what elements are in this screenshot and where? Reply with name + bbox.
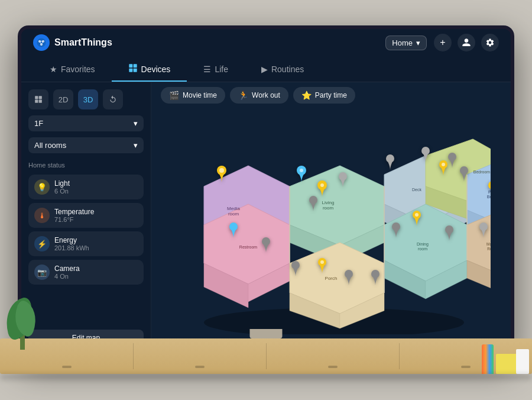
- room-environment: [0, 329, 532, 400]
- view-2d-label: 2D: [59, 95, 69, 104]
- svg-point-86: [320, 260, 324, 264]
- svg-point-74: [386, 154, 394, 163]
- book2: [516, 349, 529, 374]
- view-grid-button[interactable]: [28, 89, 48, 109]
- svg-point-89: [392, 222, 400, 231]
- tab-favorites-label: Favorites: [61, 64, 95, 74]
- room-selector[interactable]: All rooms ▾: [28, 137, 144, 153]
- workout-label: Work out: [252, 91, 280, 99]
- svg-point-69: [300, 169, 303, 172]
- floorplan-container: Media room Living room Deck Bedroom Prim…: [171, 127, 491, 334]
- energy-info: Energy 201.88 kWh: [54, 236, 89, 251]
- camera-info: Camera 4 On: [54, 264, 80, 280]
- tv-stand: [250, 329, 283, 338]
- svg-point-93: [479, 222, 488, 231]
- temp-value: 71.6°F: [54, 216, 94, 223]
- svg-text:Living: Living: [322, 200, 335, 205]
- tv-screen: SmartThings Home ▾ + ★ Favorites: [21, 29, 511, 353]
- home-selector-chevron: ▾: [416, 38, 420, 47]
- tv-frame: SmartThings Home ▾ + ★ Favorites: [18, 25, 514, 357]
- tab-routines[interactable]: ▶ Routines: [245, 56, 320, 82]
- status-light[interactable]: 💡 Light 6 On: [28, 175, 144, 199]
- status-camera[interactable]: 📷 Camera 4 On: [28, 260, 144, 285]
- svg-rect-14: [35, 96, 38, 99]
- light-value: 6 On: [54, 188, 70, 195]
- status-temperature[interactable]: 🌡 Temperature 71.6°F: [28, 203, 144, 228]
- view-3d-button[interactable]: 3D: [78, 89, 98, 109]
- light-icon: 💡: [34, 179, 50, 195]
- scene-bar: 🎬 Movie time 🏃 Work out ⭐ Party time: [151, 82, 511, 108]
- svg-point-77: [460, 166, 468, 175]
- floor-chevron-icon: ▾: [134, 119, 138, 128]
- scene-workout[interactable]: 🏃 Work out: [230, 87, 288, 104]
- floor-selector[interactable]: 1F ▾: [28, 115, 144, 131]
- svg-rect-16: [35, 100, 38, 103]
- tab-life[interactable]: ☰ Life: [187, 56, 245, 82]
- temp-title: Temperature: [54, 208, 94, 216]
- camera-title: Camera: [54, 264, 80, 273]
- svg-text:Porch: Porch: [325, 276, 338, 281]
- svg-rect-13: [133, 69, 137, 72]
- svg-text:Primary: Primary: [488, 190, 491, 195]
- scene-party[interactable]: ⭐ Party time: [293, 87, 355, 104]
- app-name: SmartThings: [54, 37, 112, 48]
- header-icons: +: [434, 34, 499, 51]
- tab-favorites[interactable]: ★ Favorites: [33, 56, 112, 82]
- svg-text:Dining: Dining: [417, 242, 429, 247]
- view-history-button[interactable]: [103, 89, 123, 109]
- energy-icon: ⚡: [34, 236, 50, 251]
- energy-value: 201.88 kWh: [54, 244, 89, 251]
- devices-icon: [128, 63, 138, 75]
- cabinet-divider1: [133, 343, 134, 369]
- workout-icon: 🏃: [238, 91, 248, 100]
- app-header: SmartThings Home ▾ +: [21, 29, 511, 56]
- handle4: [461, 366, 471, 368]
- camera-value: 4 On: [54, 273, 80, 280]
- energy-title: Energy: [54, 236, 89, 244]
- profile-button[interactable]: [458, 34, 475, 51]
- svg-text:Bedroom: Bedroom: [487, 195, 491, 199]
- svg-point-73: [309, 196, 317, 204]
- view-2d-button[interactable]: 2D: [53, 89, 73, 109]
- svg-point-83: [262, 237, 270, 246]
- room-selector-value: All rooms: [34, 141, 66, 150]
- svg-text:Master: Master: [486, 242, 491, 246]
- pencil-cup: [482, 344, 494, 374]
- light-title: Light: [54, 179, 70, 188]
- home-selector[interactable]: Home ▾: [385, 36, 427, 50]
- tab-life-label: Life: [215, 64, 228, 74]
- svg-text:room: room: [418, 247, 427, 251]
- floorplan-area: Media room Living room Deck Bedroom Prim…: [151, 108, 511, 353]
- svg-text:Bedroom: Bedroom: [473, 170, 491, 174]
- svg-text:Media: Media: [227, 206, 240, 211]
- temp-info: Temperature 71.6°F: [54, 208, 94, 223]
- svg-point-76: [448, 153, 456, 161]
- svg-point-79: [442, 163, 445, 166]
- tab-devices[interactable]: Devices: [112, 56, 187, 82]
- tab-routines-label: Routines: [271, 64, 304, 74]
- add-button[interactable]: +: [434, 34, 452, 51]
- status-energy[interactable]: ⚡ Energy 201.88 kWh: [28, 231, 144, 256]
- room-chevron-icon: ▾: [134, 141, 138, 150]
- svg-point-88: [371, 270, 379, 278]
- cabinet-divider2: [266, 343, 267, 369]
- svg-text:room: room: [228, 211, 239, 217]
- movie-label: Movie time: [183, 91, 217, 99]
- routines-icon: ▶: [261, 64, 268, 74]
- camera-icon: 📷: [34, 264, 50, 280]
- settings-button[interactable]: [481, 34, 499, 51]
- handle1: [62, 366, 72, 368]
- svg-point-92: [445, 225, 453, 234]
- handle2: [195, 366, 205, 368]
- svg-point-87: [345, 270, 353, 278]
- main-content: 2D 3D 1F ▾ All rooms ▾: [21, 82, 511, 353]
- party-icon: ⭐: [301, 91, 312, 100]
- sidebar: 2D 3D 1F ▾ All rooms ▾: [21, 82, 151, 353]
- svg-point-67: [219, 168, 224, 173]
- scene-movie[interactable]: 🎬 Movie time: [161, 87, 225, 104]
- party-label: Party time: [315, 91, 347, 99]
- light-info: Light 6 On: [54, 179, 70, 195]
- content-area: 🎬 Movie time 🏃 Work out ⭐ Party time: [151, 82, 511, 353]
- view-controls: 2D 3D: [28, 89, 144, 109]
- status-items: 💡 Light 6 On 🌡 Temperature 71.6°F: [28, 175, 144, 285]
